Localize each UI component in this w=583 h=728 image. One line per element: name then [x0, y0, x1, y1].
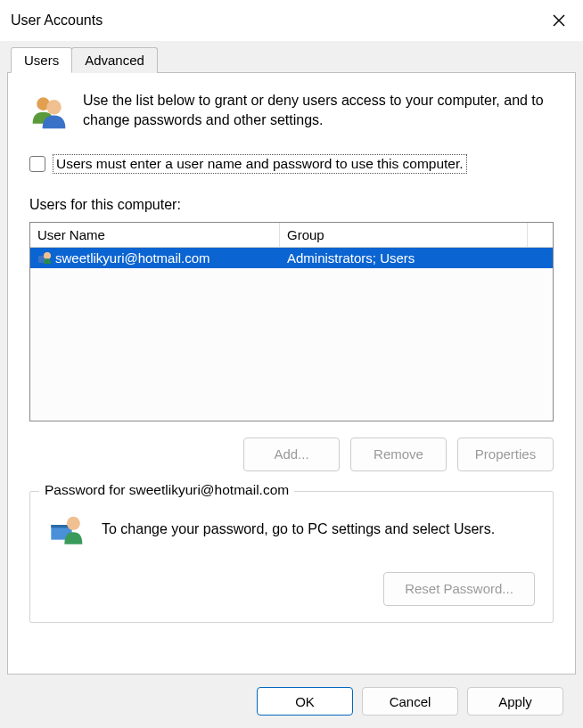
intro-row: Use the list below to grant or deny user…	[29, 91, 554, 131]
user-accounts-dialog: User Accounts Users Advanced	[0, 0, 583, 728]
add-button[interactable]: Add...	[243, 438, 340, 471]
ok-button[interactable]: OK	[257, 687, 353, 716]
tab-users-label: Users	[24, 53, 59, 68]
remove-button[interactable]: Remove	[350, 438, 447, 471]
users-list-label: Users for this computer:	[29, 197, 554, 213]
password-legend-user: sweetlikyuri@hotmail.com	[129, 482, 289, 497]
require-password-row: Users must enter a user name and passwor…	[29, 154, 554, 174]
users-list: User Name Group sweetlikyuri@hotmail.com	[29, 222, 554, 421]
user-row-name-cell: sweetlikyuri@hotmail.com	[30, 248, 280, 268]
svg-point-5	[44, 252, 51, 259]
tab-users[interactable]: Users	[11, 47, 72, 73]
require-password-checkbox[interactable]	[29, 156, 45, 172]
reset-password-button[interactable]: Reset Password...	[383, 572, 535, 606]
column-header-group[interactable]: Group	[280, 223, 528, 247]
user-icon	[37, 250, 52, 265]
list-buttons-row: Add... Remove Properties	[29, 438, 554, 471]
password-text: To change your password, go to PC settin…	[102, 521, 495, 537]
intro-text: Use the list below to grant or deny user…	[83, 91, 554, 131]
svg-point-8	[67, 517, 80, 530]
password-row: To change your password, go to PC settin…	[48, 511, 535, 547]
require-password-label: Users must enter a user name and passwor…	[53, 154, 467, 174]
tab-advanced[interactable]: Advanced	[71, 47, 158, 73]
users-list-header: User Name Group	[30, 223, 553, 248]
titlebar: User Accounts	[0, 0, 583, 41]
tab-panel-users: Use the list below to grant or deny user…	[7, 72, 576, 675]
user-row-group: Administrators; Users	[287, 250, 415, 266]
dialog-footer: OK Cancel Apply	[7, 675, 576, 728]
close-icon	[552, 13, 566, 28]
properties-button[interactable]: Properties	[457, 438, 554, 471]
close-button[interactable]	[546, 7, 572, 34]
password-button-row: Reset Password...	[48, 572, 535, 606]
tabstrip: Users Advanced	[7, 47, 576, 73]
users-icon	[29, 91, 69, 130]
user-row-username: sweetlikyuri@hotmail.com	[55, 250, 210, 266]
user-row[interactable]: sweetlikyuri@hotmail.com Administrators;…	[30, 248, 553, 268]
password-legend-prefix: Password for	[45, 482, 129, 497]
password-legend: Password for sweetlikyuri@hotmail.com	[39, 482, 294, 498]
column-header-username[interactable]: User Name	[30, 223, 280, 247]
user-row-group-cell: Administrators; Users	[280, 248, 553, 268]
column-header-spacer	[528, 223, 553, 247]
content-area: Users Advanced Use the list below to gra…	[0, 41, 583, 728]
password-icon	[48, 511, 84, 547]
cancel-button[interactable]: Cancel	[362, 687, 458, 716]
password-fieldset: Password for sweetlikyuri@hotmail.com To…	[29, 491, 554, 623]
svg-point-3	[46, 100, 62, 114]
apply-button[interactable]: Apply	[467, 687, 563, 716]
tab-advanced-label: Advanced	[85, 53, 144, 68]
window-title: User Accounts	[11, 12, 103, 29]
